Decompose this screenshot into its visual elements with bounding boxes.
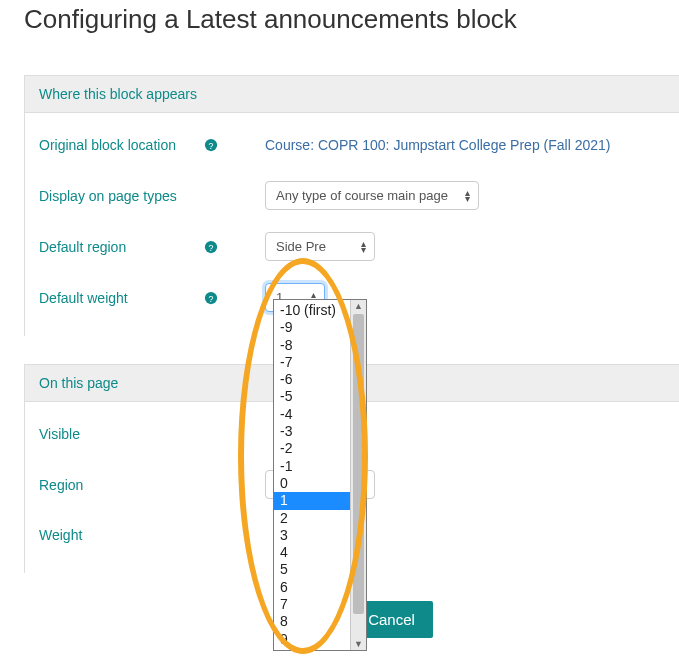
section-header-appears[interactable]: Where this block appears (25, 76, 679, 113)
weight-option[interactable]: 5 (274, 561, 350, 578)
weight-option[interactable]: -7 (274, 354, 350, 371)
weight-option[interactable]: -10 (first) (274, 302, 350, 319)
label-default-weight: Default weight ? (39, 290, 235, 306)
weight-option[interactable]: -6 (274, 371, 350, 388)
label-text: Region (39, 477, 83, 493)
weight-option[interactable]: 4 (274, 544, 350, 561)
page-title: Configuring a Latest announcements block (0, 0, 679, 35)
svg-text:?: ? (209, 293, 214, 303)
label-original-location: Original block location ? (39, 137, 235, 153)
select-display-on[interactable]: Any type of course main page ▴▾ (265, 181, 479, 210)
weight-option[interactable]: 3 (274, 527, 350, 544)
label-text: Visible (39, 426, 80, 442)
label-display-on: Display on page types (39, 188, 235, 204)
help-icon[interactable]: ? (203, 137, 219, 153)
select-default-region[interactable]: Side Pre ▴▾ (265, 232, 375, 261)
weight-option[interactable]: 2 (274, 510, 350, 527)
scrollbar-up-icon[interactable]: ▲ (351, 300, 366, 312)
svg-text:?: ? (209, 242, 214, 252)
weight-option[interactable]: -8 (274, 337, 350, 354)
label-text: Default weight (39, 290, 128, 306)
sort-icon: ▴▾ (361, 241, 366, 253)
weight-option[interactable]: 1 (274, 492, 350, 509)
weight-dropdown-listbox[interactable]: -10 (first)-9-8-7-6-5-4-3-2-10123456789 … (273, 299, 367, 651)
select-value: Side Pre (276, 239, 326, 254)
row-default-region: Default region ? Side Pre ▴▾ (39, 232, 665, 261)
weight-options-list: -10 (first)-9-8-7-6-5-4-3-2-10123456789 (274, 300, 350, 650)
svg-text:?: ? (209, 141, 214, 151)
dropdown-scrollbar[interactable]: ▲ ▼ (350, 300, 366, 650)
original-location-text: Course: COPR 100: Jumpstart College Prep… (265, 137, 610, 153)
label-weight: Weight (39, 527, 235, 543)
weight-option[interactable]: -5 (274, 388, 350, 405)
scrollbar-thumb[interactable] (353, 314, 364, 614)
label-visible: Visible (39, 426, 235, 442)
weight-option[interactable]: 0 (274, 475, 350, 492)
weight-option[interactable]: -4 (274, 406, 350, 423)
row-original-location: Original block location ? Course: COPR 1… (39, 131, 665, 159)
sort-icon: ▴▾ (465, 190, 470, 202)
label-default-region: Default region ? (39, 239, 235, 255)
help-icon[interactable]: ? (203, 239, 219, 255)
scrollbar-down-icon[interactable]: ▼ (351, 638, 366, 650)
label-text: Original block location (39, 137, 176, 153)
row-display-on: Display on page types Any type of course… (39, 181, 665, 210)
weight-option[interactable]: -1 (274, 458, 350, 475)
control-display-on: Any type of course main page ▴▾ (235, 181, 665, 210)
value-original-location: Course: COPR 100: Jumpstart College Prep… (235, 137, 665, 153)
select-value: Any type of course main page (276, 188, 448, 203)
label-text: Weight (39, 527, 82, 543)
label-region: Region (39, 477, 235, 493)
label-text: Default region (39, 239, 126, 255)
section-where-appears: Where this block appears Original block … (24, 75, 679, 336)
weight-option[interactable]: 9 (274, 631, 350, 648)
weight-option[interactable]: 8 (274, 613, 350, 630)
weight-option[interactable]: 7 (274, 596, 350, 613)
control-default-region: Side Pre ▴▾ (235, 232, 665, 261)
weight-option[interactable]: 6 (274, 579, 350, 596)
weight-option[interactable]: -3 (274, 423, 350, 440)
weight-option[interactable]: -2 (274, 440, 350, 457)
label-text: Display on page types (39, 188, 177, 204)
help-icon[interactable]: ? (203, 290, 219, 306)
weight-option[interactable]: -9 (274, 319, 350, 336)
